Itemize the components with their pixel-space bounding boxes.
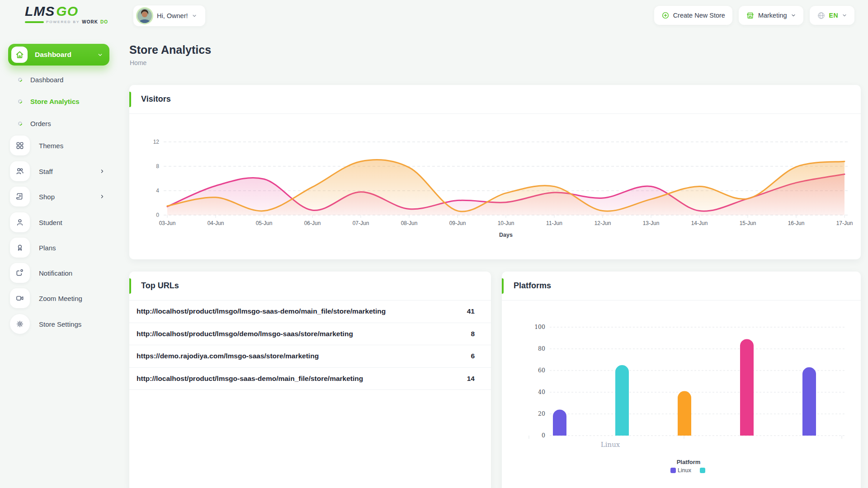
sidebar-group-label: Dashboard [35,51,71,59]
sidebar-item-shop[interactable]: Shop [10,187,108,206]
receipt-icon [10,187,30,206]
top-urls-card-title: Top URLs [141,281,179,291]
page-title: Store Analytics [129,43,211,56]
card-accent-bar [502,278,504,294]
url-count: 8 [471,330,475,338]
card-accent-bar [129,92,131,107]
sidebar-item-label: Staff [39,168,53,175]
visitors-card-header: Visitors [129,85,861,114]
url-text: http://localhost/product/lmsgo/demo/lmsg… [137,330,353,338]
header-actions: Create New Store Marketing EN [654,6,854,25]
sidebar-item-label: Zoom Meeting [39,295,82,302]
powered-by-label: Powered By [46,20,80,24]
chevron-down-icon [842,13,847,18]
sidebar-item-staff[interactable]: Staff [10,161,108,181]
platforms-card-header: Platforms [502,272,861,300]
sidebar-item-notification[interactable]: Notification [10,263,108,283]
svg-text:Platform: Platform [677,459,701,465]
svg-text:Linux: Linux [601,441,620,449]
app-logo[interactable]: LMSGO Powered By WORK DO [25,5,115,24]
visitors-card-title: Visitors [141,94,171,104]
store-selector-dropdown[interactable]: Marketing [739,6,803,25]
chevron-right-icon [99,194,105,199]
breadcrumb[interactable]: Home [130,59,146,66]
language-dropdown[interactable]: EN [810,6,854,25]
svg-text:11-Jun: 11-Jun [546,220,562,226]
bullet-icon [17,121,23,127]
chevron-down-icon [192,13,197,19]
svg-text:08-Jun: 08-Jun [401,220,418,226]
home-icon [11,47,28,63]
svg-text:13-Jun: 13-Jun [643,220,660,226]
top-urls-card-header: Top URLs [129,272,491,300]
svg-text:03-Jun: 03-Jun [159,220,176,226]
video-icon [10,288,30,308]
url-row: http://localhost/product/lmsgo-saas-demo… [129,368,491,390]
url-text: https://demo.rajodiya.com/lmsgo-saas/sto… [137,352,319,360]
logo-lms-text: LMS [25,4,55,19]
svg-text:05-Jun: 05-Jun [256,220,273,226]
grid-icon [10,136,30,155]
logo-tagline: Powered By WORK DO [25,19,115,24]
sidebar-item-label: Store Settings [39,320,81,328]
svg-text:14-Jun: 14-Jun [691,220,708,226]
svg-text:12: 12 [153,139,160,145]
storefront-icon [746,11,755,20]
platforms-card: Platforms 020406080100LinuxPlatformLinux [502,272,861,488]
sidebar-item-orders[interactable]: Orders [18,120,51,127]
top-urls-card: Top URLs http://localhost/product/lmsgo/… [129,272,491,488]
platforms-card-title: Platforms [514,281,551,291]
svg-text:Days: Days [499,232,513,238]
sidebar-item-zoom-meeting[interactable]: Zoom Meeting [10,288,108,308]
url-text: http://localhost/product/lmsgo-saas-demo… [137,375,363,383]
svg-text:0: 0 [156,212,159,218]
svg-text:06-Jun: 06-Jun [304,220,321,226]
award-icon [10,238,30,258]
sidebar-item-dashboard[interactable]: Dashboard [18,76,63,84]
workdo-work-text: WORK [82,19,98,24]
visitors-area-chart: 0481203-Jun04-Jun05-Jun06-Jun07-Jun08-Ju… [138,122,853,241]
share-square-icon [10,263,30,283]
url-row: http://localhost/product/lmsgo/demo/lmsg… [129,323,491,346]
card-accent-bar [129,278,131,294]
svg-text:20: 20 [538,410,545,417]
sidebar-item-plans[interactable]: Plans [10,238,108,258]
logo-wordmark: LMSGO [25,5,115,18]
sidebar-item-student[interactable]: Student [10,212,108,232]
create-new-store-label: Create New Store [673,12,725,19]
users-icon [10,161,30,181]
url-count: 41 [467,307,475,315]
bullet-icon [17,77,23,83]
chevron-down-icon [97,52,103,58]
plus-circle-icon [661,11,670,19]
sidebar-item-label: Shop [39,193,55,201]
url-row: https://demo.rajodiya.com/lmsgo-saas/sto… [129,345,491,368]
sidebar-item-label: Dashboard [30,76,63,84]
logo-go-text: GO [56,4,78,19]
sidebar-group-dashboard[interactable]: Dashboard [8,44,109,66]
top-urls-list: http://localhost/product/lmsgo/lmsgo-saa… [129,300,491,390]
svg-text:Linux: Linux [678,467,692,474]
gear-icon [10,314,30,334]
svg-text:80: 80 [538,345,545,352]
svg-text:17-Jun: 17-Jun [836,220,853,226]
sidebar-item-store-analytics[interactable]: Store Analytics [18,98,80,105]
url-row: http://localhost/product/lmsgo/lmsgo-saa… [129,300,491,323]
greeting-label: Hi, Owner! [157,12,188,19]
globe-icon [817,11,826,20]
store-selector-label: Marketing [758,12,787,19]
svg-text:10-Jun: 10-Jun [498,220,514,226]
svg-text:15-Jun: 15-Jun [740,220,756,226]
svg-text:09-Jun: 09-Jun [449,220,466,226]
url-count: 6 [471,352,475,360]
sidebar-item-store-settings[interactable]: Store Settings [10,314,108,334]
create-new-store-button[interactable]: Create New Store [654,6,732,25]
chevron-down-icon [791,13,796,18]
language-code-label: EN [829,12,838,19]
user-menu-button[interactable]: Hi, Owner! [133,5,205,26]
svg-text:40: 40 [538,389,545,395]
sidebar-item-label: Notification [39,269,72,277]
sidebar-item-themes[interactable]: Themes [10,136,108,155]
platforms-bar-chart: 020406080100LinuxPlatformLinux [502,301,861,488]
svg-text:100: 100 [534,324,545,330]
